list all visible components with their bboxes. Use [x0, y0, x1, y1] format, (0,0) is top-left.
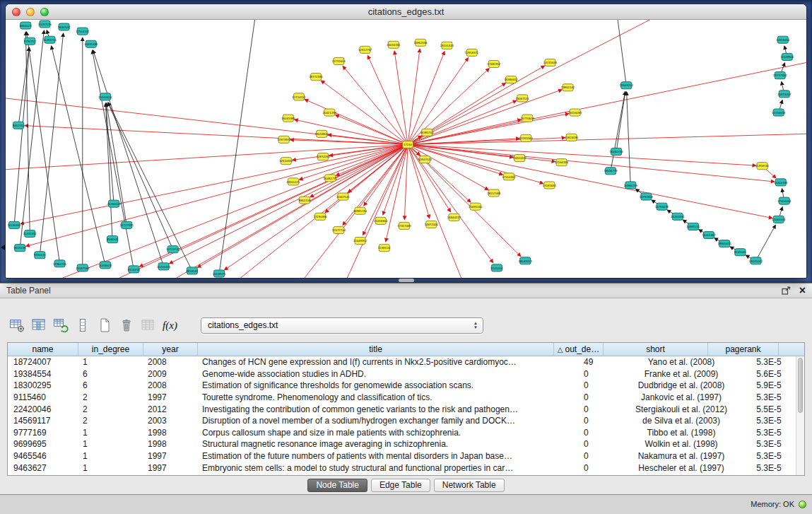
splitter-handle[interactable] — [399, 279, 414, 282]
graph-node[interactable]: 9245004 — [490, 264, 502, 271]
graph-node[interactable]: 19861542 — [561, 84, 575, 91]
table-row[interactable]: 946554611997Estimation of the future num… — [8, 450, 804, 462]
graph-node[interactable]: 15056804 — [374, 217, 388, 224]
graph-edge[interactable] — [755, 225, 775, 261]
table-row[interactable]: 2242004622012Investigating the contribut… — [8, 403, 804, 415]
graph-node[interactable]: 17554302 — [502, 173, 516, 180]
graph-node[interactable]: 12564186 — [555, 159, 569, 166]
graph-node[interactable]: 19643254 — [620, 82, 634, 89]
graph-node[interactable]: 10200316 — [157, 263, 171, 270]
graph-node[interactable]: 18157088 — [487, 189, 501, 197]
table-row[interactable]: 946362711997Embryonic stem cells: a mode… — [8, 462, 804, 474]
graph-edge[interactable] — [408, 100, 517, 144]
graph-node[interactable]: 14872006 — [425, 221, 439, 228]
graph-node[interactable]: 11793478 — [655, 203, 669, 210]
graph-node[interactable]: 11731603 — [332, 57, 346, 64]
graph-edge[interactable] — [108, 103, 173, 249]
graph-node[interactable]: 16844217 — [447, 214, 461, 221]
graph-node[interactable]: 20510614 — [98, 93, 112, 100]
graph-node[interactable]: 17240 — [402, 141, 413, 148]
graph-edge[interactable] — [367, 56, 408, 145]
graph-node[interactable]: 9153159 — [128, 266, 140, 273]
graph-node[interactable]: 16492770 — [324, 175, 338, 182]
scrollbar-thumb[interactable] — [798, 358, 803, 413]
table-row[interactable]: 969969511998Structural magnetic resonanc… — [8, 438, 804, 450]
graph-node[interactable]: 12912767 — [358, 46, 372, 53]
float-panel-icon[interactable] — [782, 286, 791, 295]
graph-node[interactable]: 16770606 — [521, 115, 535, 122]
citation-graph[interactable]: 1724016055361129127671173160318772396127… — [6, 20, 806, 278]
graph-node[interactable]: 10891499 — [84, 40, 98, 47]
column-header-short[interactable]: short — [604, 343, 708, 356]
graph-node[interactable]: 16962096 — [414, 39, 428, 46]
graph-node[interactable]: 18985734 — [353, 207, 367, 214]
table-mode-button[interactable] — [7, 316, 26, 335]
graph-node[interactable]: 19737944 — [773, 72, 787, 79]
graph-node[interactable]: 9506545 — [107, 236, 119, 243]
graph-edge[interactable] — [408, 134, 806, 144]
graph-edge[interactable] — [310, 144, 408, 197]
graph-node[interactable]: 18049053 — [519, 257, 533, 264]
graph-node[interactable]: 14745448 — [543, 59, 558, 66]
graph-node[interactable]: 18945415 — [718, 240, 732, 247]
minimize-window-icon[interactable] — [26, 8, 35, 16]
row-height-button[interactable] — [73, 316, 92, 335]
graph-node[interactable]: 9862156 — [299, 197, 311, 204]
graph-node[interactable]: 16055361 — [387, 41, 401, 48]
graph-node[interactable]: 16380612 — [504, 76, 518, 83]
tab-edge-table[interactable]: Edge Table — [371, 479, 430, 492]
graph-node[interactable]: 12060104 — [772, 216, 786, 223]
column-header-pagerank[interactable]: pagerank — [708, 343, 779, 356]
graph-node[interactable]: 9780141 — [34, 252, 46, 259]
graph-edge[interactable] — [14, 47, 29, 225]
graph-node[interactable]: 8655138 — [14, 245, 26, 252]
tab-network-table[interactable]: Network Table — [434, 479, 505, 492]
graph-node[interactable]: 18265934 — [671, 213, 685, 220]
graph-node[interactable]: 14636778 — [604, 168, 618, 175]
graph-node[interactable]: 17481952 — [487, 60, 501, 67]
column-header-in-degree[interactable]: in_degree — [78, 343, 143, 356]
import-table-button[interactable] — [139, 316, 158, 335]
graph-node[interactable]: 11158575 — [213, 270, 226, 277]
graph-node[interactable]: 15048952 — [353, 238, 367, 245]
close-panel-icon[interactable]: × — [799, 286, 806, 295]
graph-node[interactable]: 18058824 — [315, 130, 329, 137]
graph-node[interactable]: 15820312 — [513, 155, 527, 162]
graph-node[interactable]: 16391702 — [420, 129, 435, 136]
graph-node[interactable]: 12610651 — [279, 158, 293, 165]
graph-node[interactable]: 15918454 — [776, 36, 790, 43]
graph-node[interactable]: 11548904 — [780, 53, 794, 60]
graph-node[interactable]: 12724747 — [166, 246, 180, 253]
graph-node[interactable]: 17404404 — [777, 197, 792, 204]
graph-node[interactable]: 12754702 — [292, 93, 306, 100]
graph-node[interactable]: 16460744 — [609, 148, 623, 155]
graph-edge[interactable] — [408, 90, 562, 145]
column-header-year[interactable]: year — [143, 343, 198, 356]
graph-node[interactable]: 12134058 — [772, 109, 786, 116]
graph-edge[interactable] — [611, 92, 625, 171]
graph-node[interactable]: 10197526 — [38, 21, 52, 28]
table-row[interactable]: 1830029562008Estimation of significance … — [8, 380, 804, 392]
function-builder-button[interactable]: f(x) — [160, 316, 180, 335]
vertical-scrollbar[interactable] — [796, 356, 804, 475]
graph-node[interactable]: 12847524 — [418, 156, 433, 163]
graph-node[interactable]: 10190900 — [7, 221, 21, 228]
graph-node[interactable]: 8944023 — [20, 22, 32, 29]
graph-node[interactable]: 10981515 — [686, 223, 700, 230]
graph-edge[interactable] — [305, 100, 408, 145]
graph-node[interactable]: 9462744 — [13, 122, 25, 129]
graph-node[interactable]: 11007541 — [336, 193, 351, 200]
graph-node[interactable]: 10444338 — [774, 179, 788, 186]
graph-node[interactable]: 9790752 — [24, 37, 36, 45]
graph-node[interactable]: 11283750 — [43, 36, 57, 43]
graph-node[interactable]: 16791858 — [640, 193, 654, 200]
graph-node[interactable]: 25260503 — [107, 200, 121, 207]
graph-node[interactable]: 18241313 — [440, 42, 454, 49]
panel-collapse-arrow-icon[interactable] — [1, 245, 5, 250]
table-row[interactable]: 1938455462009Genome-wide association stu… — [8, 368, 804, 380]
graph-node[interactable]: 18772396 — [309, 74, 323, 81]
graph-node[interactable]: 17290386 — [314, 213, 328, 220]
column-visibility-button[interactable] — [29, 316, 48, 335]
graph-node[interactable]: 16041989 — [281, 115, 295, 122]
graph-node[interactable]: 15824090 — [565, 134, 579, 141]
